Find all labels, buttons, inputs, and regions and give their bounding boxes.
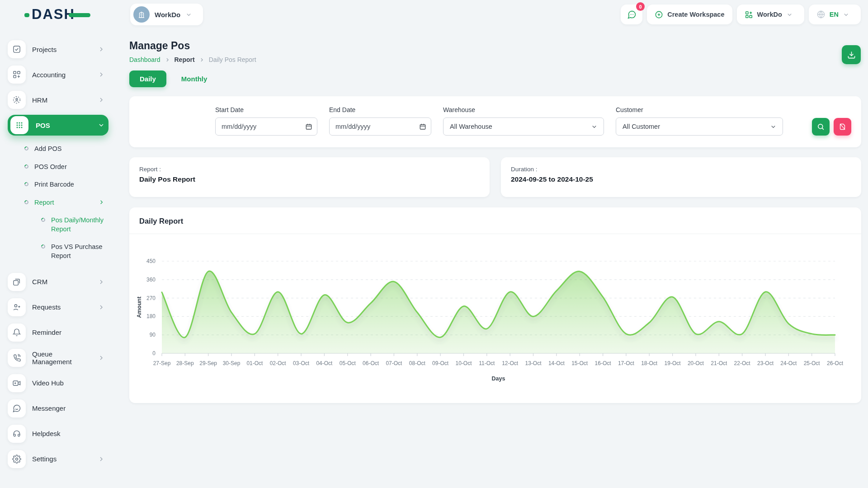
sidebar-item-label: Video Hub bbox=[32, 379, 108, 387]
chevron-right-icon bbox=[98, 46, 105, 53]
create-workspace-label: Create Workspace bbox=[667, 11, 724, 18]
customer-field: Customer All Customer bbox=[616, 106, 783, 136]
svg-text:03-Oct: 03-Oct bbox=[293, 360, 310, 366]
sidebar-item-label: CRM bbox=[32, 278, 91, 286]
sidebar-item-label: Accounting bbox=[32, 71, 91, 79]
tab-daily[interactable]: Daily bbox=[129, 70, 166, 87]
messages-count-badge: 0 bbox=[636, 2, 645, 11]
end-date-field: End Date bbox=[329, 106, 431, 136]
workspace-switcher[interactable]: WorkDo bbox=[130, 4, 203, 25]
report-period-tabs: Daily Monthly bbox=[129, 70, 861, 87]
sidebar-subitem-add-pos[interactable]: Add POS bbox=[8, 140, 108, 158]
sidebar-item-queue-management[interactable]: Queue Management bbox=[8, 347, 108, 368]
chevron-right-icon bbox=[165, 57, 170, 63]
svg-text:05-Oct: 05-Oct bbox=[340, 360, 356, 366]
svg-text:16-Oct: 16-Oct bbox=[595, 360, 612, 366]
sidebar-subitem-report[interactable]: Report bbox=[8, 194, 108, 212]
svg-text:09-Oct: 09-Oct bbox=[432, 360, 449, 366]
top-header: DASH WorkDo 0 Create Workspace bbox=[0, 0, 868, 29]
sidebar-item-accounting[interactable]: Accounting bbox=[8, 64, 108, 85]
svg-text:02-Oct: 02-Oct bbox=[270, 360, 287, 366]
workspace-name: WorkDo bbox=[155, 11, 180, 19]
end-date-input[interactable] bbox=[329, 117, 431, 136]
breadcrumb-dashboard[interactable]: Dashboard bbox=[129, 56, 160, 63]
language-selector[interactable]: EN bbox=[809, 5, 861, 24]
sidebar-item-label: Projects bbox=[32, 46, 91, 53]
crm-overlap-squares-icon bbox=[8, 273, 26, 291]
chevron-right-icon bbox=[98, 199, 105, 206]
logo-accent-dot bbox=[24, 13, 29, 17]
search-button[interactable] bbox=[812, 118, 830, 136]
workspace-grid-icon bbox=[745, 10, 753, 19]
chart-card: Daily Report 45036027018090027-Sep28-Sep… bbox=[129, 207, 861, 403]
page-head: Manage Pos Dashboard Report Daily Pos Re… bbox=[129, 40, 861, 63]
daily-report-chart: 45036027018090027-Sep28-Sep29-Sep30-Sep0… bbox=[129, 234, 861, 402]
chevron-right-icon bbox=[98, 96, 105, 103]
subitem-label: Pos VS Purchase Report bbox=[51, 243, 108, 260]
bullet-icon bbox=[24, 199, 29, 205]
svg-text:90: 90 bbox=[150, 332, 156, 338]
svg-text:12-Oct: 12-Oct bbox=[502, 360, 519, 366]
sidebar-item-crm[interactable]: CRM bbox=[8, 272, 108, 292]
sidebar-item-hrm[interactable]: HRM bbox=[8, 89, 108, 110]
sidebar-item-requests[interactable]: Requests bbox=[8, 297, 108, 318]
sidebar-item-settings[interactable]: Settings bbox=[8, 449, 108, 469]
duration-value: 2024-09-25 to 2024-10-25 bbox=[511, 175, 851, 183]
svg-text:30-Sep: 30-Sep bbox=[223, 360, 241, 366]
warehouse-selected-value: All Warehouse bbox=[450, 123, 492, 130]
chevron-right-icon bbox=[98, 455, 105, 463]
svg-text:06-Oct: 06-Oct bbox=[363, 360, 379, 366]
sidebar-item-label: Settings bbox=[32, 455, 91, 463]
sidebar-subitem-pos-order[interactable]: POS Order bbox=[8, 158, 108, 176]
sidebar-item-projects[interactable]: Projects bbox=[8, 39, 108, 60]
download-icon bbox=[847, 51, 856, 59]
svg-text:360: 360 bbox=[146, 277, 156, 283]
sidebar: Projects Accounting HRM POS Add POS POS … bbox=[0, 29, 119, 488]
sidebar-item-messenger[interactable]: Messenger bbox=[8, 398, 108, 419]
sidebar-subitem-print-barcode[interactable]: Print Barcode bbox=[8, 176, 108, 194]
warehouse-field: Warehouse All Warehouse bbox=[443, 106, 604, 136]
chevron-right-icon bbox=[98, 354, 105, 361]
sidebar-item-label: Reminder bbox=[32, 328, 108, 336]
sidebar-item-pos[interactable]: POS bbox=[8, 115, 108, 136]
chevron-down-icon bbox=[591, 123, 598, 130]
workspace-menu-button[interactable]: WorkDo bbox=[737, 5, 804, 24]
breadcrumb-report[interactable]: Report bbox=[175, 56, 195, 63]
chevron-down-icon bbox=[770, 123, 777, 130]
reset-filter-button[interactable] bbox=[834, 118, 851, 136]
duration-card: Duration : 2024-09-25 to 2024-10-25 bbox=[501, 157, 861, 197]
svg-text:15-Oct: 15-Oct bbox=[571, 360, 588, 366]
sidebar-item-label: Messenger bbox=[32, 404, 108, 412]
sidebar-subitem-pos-daily-monthly-report[interactable]: Pos Daily/Monthly Report bbox=[8, 211, 108, 238]
tab-monthly[interactable]: Monthly bbox=[171, 70, 218, 87]
subitem-label: Report bbox=[34, 198, 92, 207]
chevron-down-icon bbox=[98, 122, 105, 129]
chevron-down-icon bbox=[786, 11, 793, 18]
sidebar-subitem-pos-vs-purchase-report[interactable]: Pos VS Purchase Report bbox=[8, 238, 108, 265]
phone-call-icon bbox=[8, 349, 26, 367]
download-button[interactable] bbox=[842, 45, 861, 64]
messages-button[interactable]: 0 bbox=[621, 5, 642, 24]
chevron-right-icon bbox=[98, 278, 105, 286]
warehouse-select[interactable]: All Warehouse bbox=[443, 117, 604, 136]
start-date-input[interactable] bbox=[215, 117, 317, 136]
customer-select[interactable]: All Customer bbox=[616, 117, 783, 136]
brand-logo[interactable]: DASH bbox=[32, 6, 90, 23]
clear-slash-icon bbox=[839, 123, 846, 131]
chevron-right-icon bbox=[98, 304, 105, 311]
chevron-right-icon bbox=[199, 57, 205, 63]
report-label: Report : bbox=[139, 166, 480, 173]
plus-circle-icon bbox=[655, 10, 663, 19]
sidebar-item-helpdesk[interactable]: Helpdesk bbox=[8, 423, 108, 444]
projects-checkbox-icon bbox=[8, 40, 26, 58]
svg-text:14-Oct: 14-Oct bbox=[548, 360, 565, 366]
create-workspace-button[interactable]: Create Workspace bbox=[647, 5, 732, 24]
pos-dots-grid-icon bbox=[10, 116, 28, 134]
sidebar-item-video-hub[interactable]: Video Hub bbox=[8, 373, 108, 394]
svg-text:01-Oct: 01-Oct bbox=[246, 360, 263, 366]
svg-text:13-Oct: 13-Oct bbox=[525, 360, 542, 366]
sidebar-item-reminder[interactable]: Reminder bbox=[8, 322, 108, 343]
main-content: Manage Pos Dashboard Report Daily Pos Re… bbox=[119, 29, 868, 488]
svg-text:17-Oct: 17-Oct bbox=[618, 360, 635, 366]
subitem-label: POS Order bbox=[34, 163, 108, 172]
